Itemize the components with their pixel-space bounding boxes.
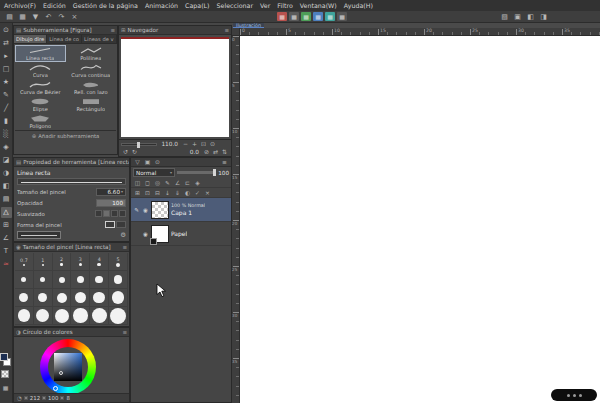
floating-command-bar[interactable] (551, 389, 597, 401)
subtool-poligono[interactable]: Polígono (15, 113, 66, 130)
brush-size-cell[interactable]: 4 (90, 253, 109, 271)
apply-mask-icon[interactable]: ✓ (193, 189, 202, 197)
brush-size-cell[interactable] (15, 307, 34, 325)
merge-with-lower-icon[interactable]: ⇓ (173, 189, 182, 197)
menu-ventana-w[interactable]: Ventana(W) (300, 2, 337, 9)
snap-to-special-ruler-icon[interactable]: ▦ (289, 12, 299, 21)
ruler-range-icon[interactable]: ∠ (173, 179, 182, 187)
selection-tool-icon[interactable]: □ (1, 64, 12, 75)
draft-layer-icon[interactable]: ✎ (163, 179, 172, 187)
antialias-strong-button[interactable] (119, 210, 126, 217)
palette-dock-icon[interactable]: ◧ (525, 12, 536, 22)
decoration-tool-icon[interactable]: ◈ (1, 142, 12, 153)
wrench-icon[interactable]: ⚙ (120, 231, 126, 239)
fill-tool-icon[interactable]: ◧ (1, 181, 12, 192)
frame-border-tool-icon[interactable]: ⊞ (1, 220, 12, 231)
brush-size-cell[interactable] (90, 307, 109, 325)
saturation-value-square[interactable] (54, 353, 82, 381)
fit-to-screen-icon[interactable]: ⊡ (199, 140, 208, 148)
subtool-curva-continua[interactable]: Curva continua (66, 62, 117, 79)
brush-size-cell[interactable]: 3 (71, 253, 90, 271)
panel-menu-icon[interactable]: ≡ (110, 27, 115, 33)
brush-size-cell[interactable] (34, 271, 53, 289)
menu-animacion[interactable]: Animación (145, 2, 178, 9)
menu-edicion[interactable]: Edición (43, 2, 66, 9)
antialias-none-button[interactable] (95, 210, 102, 217)
brush-size-cell[interactable] (53, 289, 72, 307)
display-settings-icon[interactable]: ▣ (512, 12, 523, 22)
menu-ver[interactable]: Ver (260, 2, 270, 9)
zoom-slider[interactable] (121, 143, 157, 146)
eraser-tool-icon[interactable]: ◪ (1, 155, 12, 166)
brush-tip-preview[interactable] (17, 231, 61, 239)
color-mode-icon[interactable]: ◔ (17, 395, 22, 401)
menu-capa-l[interactable]: Capa(L) (185, 2, 210, 9)
panel-menu-icon[interactable]: ≡ (122, 244, 127, 250)
gradient-tool-icon[interactable]: ▤ (1, 194, 12, 205)
antialias-medium-button[interactable] (111, 210, 118, 217)
zoom-in-icon[interactable]: + (190, 140, 199, 148)
brush-size-cell[interactable]: 5 (109, 253, 128, 271)
menu-ayuda-h[interactable]: Ayuda(H) (344, 2, 373, 9)
color-set-icon[interactable]: ▦ (0, 382, 11, 393)
brush-shape-chip[interactable] (116, 221, 126, 228)
reset-rotation-icon[interactable]: ⊘ (202, 148, 211, 156)
brush-size-cell[interactable]: 0.7 (15, 253, 34, 271)
open-file-icon[interactable]: ▦ (17, 12, 28, 22)
clear-icon[interactable]: × (69, 12, 80, 22)
new-raster-layer-icon[interactable]: ⊞ (133, 189, 142, 197)
lock-layer-icon[interactable]: ◻ (143, 179, 152, 187)
account-icon[interactable]: ◨ (538, 12, 549, 22)
document-canvas[interactable] (240, 36, 600, 403)
brush-size-cell[interactable] (53, 307, 72, 325)
auto-select-tool-icon[interactable]: ★ (1, 77, 12, 88)
navigator-preview[interactable] (121, 37, 229, 137)
redo-icon[interactable]: ↷ (56, 12, 67, 22)
brush-size-cell[interactable] (90, 289, 109, 307)
brush-size-cell[interactable] (71, 307, 90, 325)
subtool-tab-linea-de-co[interactable]: Línea de co (47, 35, 82, 43)
layer-palette-color-icon[interactable]: ▣ (143, 158, 152, 166)
transfer-to-lower-icon[interactable]: ↓ (163, 189, 172, 197)
new-file-icon[interactable]: ▤ (4, 12, 15, 22)
blend-mode-dropdown[interactable]: Normal ▾ (133, 168, 175, 177)
zoom-tool-icon[interactable]: ⊙ (1, 25, 12, 36)
text-tool-icon[interactable]: T (1, 246, 12, 257)
layer-opacity-slider[interactable] (177, 171, 216, 174)
opacity-slider[interactable]: 100 (96, 199, 126, 207)
panel-menu-icon[interactable]: ≡ (122, 329, 127, 335)
brush-size-cell[interactable]: 1 (34, 253, 53, 271)
antialias-weak-button[interactable] (103, 210, 110, 217)
clip-to-layer-below-icon[interactable]: ⊏ (183, 179, 192, 187)
navigator-panel-header[interactable]: ⊞ Navegador ≡ (119, 26, 231, 35)
layer-row-capa-1[interactable]: ✎◉100 % NormalCapa 1 (131, 198, 231, 222)
subtool-panel-header[interactable]: ▤ Subherramienta [Figura] ≡ (14, 26, 117, 35)
pen-tool-icon[interactable]: ✎ (1, 90, 12, 101)
airbrush-tool-icon[interactable]: ░ (1, 129, 12, 140)
chevron-down-icon[interactable]: ▾ (121, 189, 123, 194)
brush-size-cell[interactable] (34, 307, 53, 325)
subtool-rectangulo[interactable]: Rectángulo (66, 96, 117, 113)
saturation-value-indicator[interactable] (59, 371, 63, 375)
delete-layer-icon[interactable]: × (203, 189, 212, 197)
screen-color-profile-icon[interactable]: ▧ (499, 12, 510, 22)
brush-size-input[interactable]: 6.60 ▾ (96, 188, 126, 196)
visibility-icon[interactable]: ◉ (142, 231, 149, 237)
brush-size-cell[interactable] (15, 289, 34, 307)
subtool-curva[interactable]: Curva (15, 62, 66, 79)
tool-property-header[interactable]: ▤ Propiedad de herramienta [Línea recta]… (14, 158, 129, 167)
brush-size-cell[interactable] (71, 289, 90, 307)
snap-to-grid-icon[interactable]: ▦ (301, 12, 311, 21)
show-grid-icon[interactable]: ▦ (313, 12, 323, 21)
operation-tool-icon[interactable]: ▸ (1, 51, 12, 62)
brush-size-cell[interactable] (109, 289, 128, 307)
menu-filtro[interactable]: Filtro (277, 2, 292, 9)
enable-mask-icon[interactable]: ◎ (153, 179, 162, 187)
reference-layer-icon[interactable]: ◈ (193, 179, 202, 187)
flip-vertical-icon[interactable]: ⇅ (220, 148, 229, 156)
pencil-tool-icon[interactable]: ╱ (1, 103, 12, 114)
create-mask-icon[interactable]: ◐ (183, 189, 192, 197)
brush-size-cell[interactable] (34, 289, 53, 307)
show-material-icon[interactable]: ▦ (325, 12, 335, 21)
brush-tool-icon[interactable]: ▮ (1, 116, 12, 127)
